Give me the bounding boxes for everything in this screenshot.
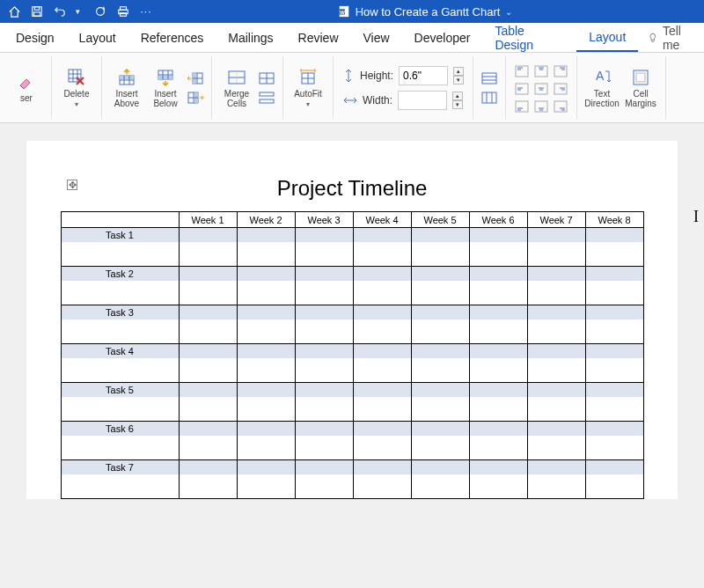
align-mid-center-button[interactable]	[532, 80, 550, 98]
tab-table-design[interactable]: Table Design	[482, 23, 576, 52]
task-label-cell[interactable]: Task 1	[61, 228, 179, 267]
split-cells-button[interactable]	[258, 70, 275, 87]
height-up-button[interactable]: ▴	[453, 67, 464, 76]
column-header[interactable]: Week 1	[179, 212, 237, 228]
table-cell[interactable]	[527, 344, 585, 383]
table-cell[interactable]	[353, 267, 411, 305]
tab-layout-page[interactable]: Layout	[67, 23, 128, 52]
table-cell[interactable]	[295, 305, 353, 344]
table-cell[interactable]	[585, 422, 643, 460]
align-bot-left-button[interactable]	[513, 98, 531, 115]
header-blank[interactable]	[61, 212, 179, 228]
table-cell[interactable]	[179, 344, 237, 383]
insert-below-button[interactable]: Insert Below	[148, 68, 183, 108]
table-cell[interactable]	[179, 460, 237, 499]
document-area[interactable]: ✥ Project Timeline Week 1Week 2Week 3Wee…	[0, 123, 704, 588]
table-cell[interactable]	[469, 267, 527, 305]
table-cell[interactable]	[411, 344, 469, 383]
task-label-cell[interactable]: Task 4	[61, 344, 179, 383]
table-cell[interactable]	[527, 228, 585, 267]
column-header[interactable]: Week 8	[585, 212, 643, 228]
table-cell[interactable]	[353, 460, 411, 499]
table-cell[interactable]	[469, 305, 527, 344]
table-cell[interactable]	[527, 383, 585, 422]
table-cell[interactable]	[295, 460, 353, 499]
table-cell[interactable]	[469, 460, 527, 499]
table-cell[interactable]	[179, 228, 237, 267]
column-header[interactable]: Week 7	[527, 212, 585, 228]
distribute-columns-button[interactable]	[480, 89, 498, 107]
table-cell[interactable]	[585, 344, 643, 383]
width-input[interactable]	[398, 91, 447, 110]
table-cell[interactable]	[585, 383, 643, 422]
table-cell[interactable]	[237, 228, 295, 267]
table-cell[interactable]	[527, 460, 585, 499]
table-cell[interactable]	[411, 422, 469, 460]
redo-icon[interactable]	[93, 4, 107, 18]
table-cell[interactable]	[411, 228, 469, 267]
align-bot-right-button[interactable]	[552, 98, 569, 115]
table-cell[interactable]	[411, 305, 469, 344]
table-cell[interactable]	[353, 383, 411, 422]
autofit-button[interactable]: AutoFit ▾	[290, 68, 326, 108]
table-cell[interactable]	[469, 228, 527, 267]
table-cell[interactable]	[469, 344, 527, 383]
tell-me[interactable]: Tell me	[647, 24, 700, 52]
table-cell[interactable]	[527, 422, 585, 460]
tab-layout-table[interactable]: Layout	[576, 23, 638, 52]
title-chevron-icon[interactable]: ⌄	[505, 7, 512, 17]
column-header[interactable]: Week 2	[237, 212, 295, 228]
align-top-left-button[interactable]	[513, 62, 531, 80]
column-header[interactable]: Week 3	[295, 212, 353, 228]
tab-design[interactable]: Design	[4, 23, 67, 52]
tab-developer[interactable]: Developer	[402, 23, 483, 52]
task-label-cell[interactable]: Task 3	[61, 305, 179, 344]
split-table-button[interactable]	[258, 89, 275, 107]
table-cell[interactable]	[295, 344, 353, 383]
column-header[interactable]: Week 4	[353, 212, 411, 228]
task-label-cell[interactable]: Task 7	[61, 460, 179, 499]
table-cell[interactable]	[353, 228, 411, 267]
table-cell[interactable]	[295, 422, 353, 460]
table-cell[interactable]	[353, 344, 411, 383]
home-icon[interactable]	[7, 4, 21, 18]
task-label-cell[interactable]: Task 2	[61, 267, 179, 305]
table-cell[interactable]	[295, 383, 353, 422]
insert-right-button[interactable]	[187, 89, 204, 107]
height-input[interactable]	[399, 66, 448, 85]
align-top-right-button[interactable]	[552, 62, 569, 80]
table-cell[interactable]	[295, 267, 353, 305]
table-cell[interactable]	[585, 228, 643, 267]
tab-mailings[interactable]: Mailings	[216, 23, 285, 52]
save-icon[interactable]	[30, 4, 44, 18]
page-title[interactable]: Project Timeline	[26, 176, 678, 201]
table-cell[interactable]	[237, 460, 295, 499]
align-bot-center-button[interactable]	[532, 98, 550, 115]
text-direction-button[interactable]: A Text Direction	[584, 68, 620, 108]
table-cell[interactable]	[179, 305, 237, 344]
column-header[interactable]: Week 5	[411, 212, 469, 228]
table-cell[interactable]	[469, 383, 527, 422]
undo-chevron-icon[interactable]: ▾	[70, 4, 84, 18]
align-mid-left-button[interactable]	[513, 80, 531, 98]
cell-margins-button[interactable]: Cell Margins	[623, 68, 658, 108]
table-cell[interactable]	[179, 422, 237, 460]
insert-above-button[interactable]: Insert Above	[109, 68, 144, 108]
table-cell[interactable]	[585, 267, 643, 305]
table-cell[interactable]	[295, 228, 353, 267]
gantt-table[interactable]: Week 1Week 2Week 3Week 4Week 5Week 6Week…	[61, 211, 644, 499]
task-label-cell[interactable]: Task 6	[61, 422, 179, 460]
table-cell[interactable]	[411, 267, 469, 305]
table-cell[interactable]	[179, 383, 237, 422]
table-cell[interactable]	[237, 344, 295, 383]
task-label-cell[interactable]: Task 5	[61, 383, 179, 422]
table-cell[interactable]	[179, 267, 237, 305]
table-cell[interactable]	[585, 305, 643, 344]
width-down-button[interactable]: ▾	[452, 100, 463, 109]
table-cell[interactable]	[469, 422, 527, 460]
more-icon[interactable]: ···	[139, 4, 153, 18]
table-cell[interactable]	[237, 422, 295, 460]
table-cell[interactable]	[237, 267, 295, 305]
print-icon[interactable]	[116, 4, 130, 18]
tab-references[interactable]: References	[128, 23, 216, 52]
